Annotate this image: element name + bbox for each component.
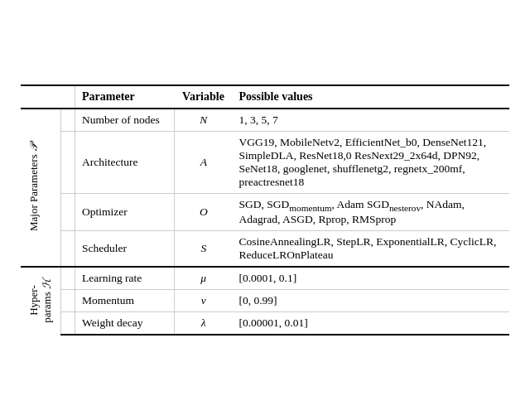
var-lr: μ [175,267,233,290]
val-momentum: [0, 0.99] [233,289,510,311]
val-scheduler: CosineAnnealingLR, StepLR, ExponentialLR… [233,230,510,267]
header-variable: Variable [175,85,233,109]
major-params-label: Major Parameters 𝒫 [21,109,61,267]
table-row: Major Parameters 𝒫 Number of nodes N 1, … [21,109,509,132]
header-empty [21,85,75,109]
var-scheduler: S [175,230,233,267]
var-optimizer: O [175,194,233,231]
table-row: Optimizer O SGD, SGDmomentum, Adam SGDne… [21,194,509,231]
param-nodes: Number of nodes [75,109,175,132]
header-parameter: Parameter [75,85,175,109]
header-values: Possible values [233,85,510,109]
param-scheduler: Scheduler [75,230,175,267]
param-lr: Learning rate [75,267,175,290]
table-wrapper: Parameter Variable Possible values Major… [21,84,509,336]
param-optimizer: Optimizer [75,194,175,231]
val-weight-decay: [0.00001, 0.01] [233,311,510,335]
var-nodes: N [175,109,233,132]
val-lr: [0.0001, 0.1] [233,267,510,290]
val-nodes: 1, 3, 5, 7 [233,109,510,132]
table-row: Weight decay λ [0.00001, 0.01] [21,311,509,335]
param-weight-decay: Weight decay [75,311,175,335]
var-momentum: ν [175,289,233,311]
table-row: Scheduler S CosineAnnealingLR, StepLR, E… [21,230,509,267]
table-row: Hyper-params ℋ Learning rate μ [0.0001, … [21,267,509,290]
params-table: Parameter Variable Possible values Major… [21,84,509,336]
param-arch: Architecture [75,132,175,194]
var-arch: A [175,132,233,194]
hyper-params-label: Hyper-params ℋ [21,267,61,335]
val-optimizer: SGD, SGDmomentum, Adam SGDnesterov, NAda… [233,194,510,231]
var-weight-decay: λ [175,311,233,335]
table-row: Momentum ν [0, 0.99] [21,289,509,311]
val-arch: VGG19, MobileNetv2, EfficientNet_b0, Den… [233,132,510,194]
param-momentum: Momentum [75,289,175,311]
table-row: Architecture A VGG19, MobileNetv2, Effic… [21,132,509,194]
